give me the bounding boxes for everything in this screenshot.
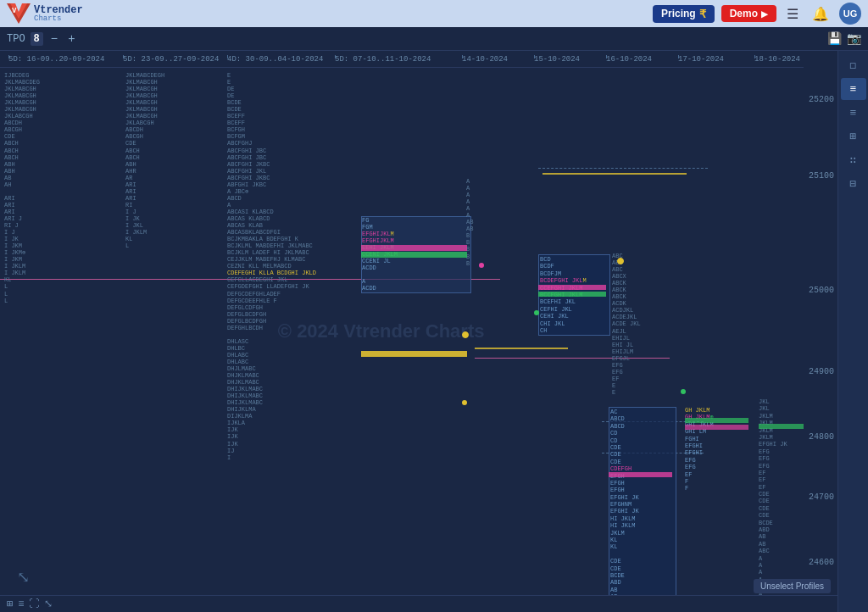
svg-text:V: V (12, 7, 17, 15)
date-18: 18-10-2024 (754, 55, 800, 64)
bottom-icon-2[interactable]: ≡ (18, 598, 24, 610)
date-5d-1: 5D: 16-09..20-09-2024 (8, 55, 104, 64)
price-24600: 24600 (809, 558, 836, 567)
play-icon: ▶ (761, 9, 768, 19)
highlight-green-3 (685, 418, 748, 423)
profile-col-2: JKLMABCDEGHJKLMABCGHJKLMABCGHJKLMABCGHJK… (125, 72, 164, 249)
bottom-icon-3[interactable]: ⛶ (29, 598, 39, 610)
date-5d-2: 5D: 23-09..27-09-2024 (123, 55, 219, 64)
pricing-label: Pricing (661, 8, 696, 19)
avatar-button[interactable]: UG (839, 3, 861, 25)
sidebar-icon-1[interactable]: ◻ (841, 54, 866, 76)
highlight-magenta-1 (361, 245, 467, 251)
dot-marker-6 (681, 389, 686, 394)
dot-marker-2 (617, 258, 624, 264)
logo-icon: V (7, 3, 31, 24)
highlight-magenta-2 (538, 285, 606, 290)
profile-col-1: IJBCDEGJKLMABCDEGJKLMABCGHJKLMABCGHJKLMA… (4, 72, 40, 304)
dot-marker-1 (462, 331, 469, 338)
sidebar-icon-2[interactable]: ≡ (841, 78, 866, 100)
plus-button[interactable]: + (65, 31, 77, 47)
brand-name: Vtrender (34, 5, 83, 15)
highlight-green-4 (759, 424, 804, 429)
toolbar: TPO 8 − + 💾 📷 (0, 27, 868, 51)
profile-col-8-inner: ACABCDABCDCDCDCDECDECDECDEFGHEFGHEFGHEFG… (609, 408, 676, 595)
sidebar-icon-6[interactable]: ⊟ (841, 173, 866, 195)
highlight-magenta-3 (609, 472, 672, 477)
bottom-icon-1[interactable]: ⊞ (7, 598, 13, 610)
pricing-button[interactable]: Pricing ₹ (653, 5, 715, 23)
brand-sub: Charts (34, 15, 83, 23)
hline-yellow-1 (542, 173, 687, 175)
date-15: 15-10-2024 (534, 55, 580, 64)
price-25200: 25200 (809, 95, 836, 104)
menu-button[interactable]: ☰ (783, 4, 802, 24)
bottom-icon-4[interactable]: ⤡ (44, 598, 53, 610)
rupee-icon: ₹ (699, 8, 706, 20)
price-24700: 24700 (809, 492, 836, 502)
profile-col-3: EEDEDEBCDEBCDEBCEFFBCEFFBCFGHBCFGMABCFGH… (227, 72, 316, 461)
demo-button[interactable]: Demo ▶ (721, 5, 776, 22)
profile-col-5: AAAAAAABABBBBBB (466, 178, 473, 267)
minus-button[interactable]: − (48, 31, 60, 47)
highlight-green-1 (361, 252, 467, 258)
price-25000: 25000 (809, 286, 836, 295)
hline-yellow-2 (475, 348, 568, 349)
hline-dotted-1 (538, 168, 708, 169)
date-5d-3: 5D: 07-10..11-10-2024 (335, 55, 431, 64)
sidebar-icon-4[interactable]: ⊞ (841, 125, 866, 147)
date-17: 17-10-2024 (678, 55, 724, 64)
date-ruler: 5D: 16-09..20-09-2024 5D: 23-09..27-09-2… (0, 51, 804, 68)
date-14: 14-10-2024 (462, 55, 508, 64)
demo-label: Demo (730, 8, 758, 19)
dot-marker-3 (462, 400, 467, 405)
chart-canvas: © 2024 Vtrender Charts IJBCDEGJKLMABCDEG… (0, 68, 804, 595)
date-16: 16-10-2024 (606, 55, 652, 64)
chart-area: 5D: 16-09..20-09-2024 5D: 23-09..27-09-2… (0, 51, 837, 612)
tpo-label: TPO (7, 33, 25, 45)
highlight-green-2 (538, 292, 606, 297)
dot-marker-4 (479, 263, 484, 268)
save-icon[interactable]: 💾 (827, 31, 842, 46)
price-axis: 25200 25100 25000 24900 24800 24700 2460… (804, 68, 837, 612)
sidebar-icon-3[interactable]: ≡ (841, 102, 866, 124)
bottom-toolbar: ⊞ ≡ ⛶ ⤡ (0, 595, 837, 612)
price-24800: 24800 (809, 432, 836, 442)
logo-area: V Vtrender Charts (7, 3, 83, 24)
highlight-magenta-4 (685, 425, 748, 430)
tpo-value: 8 (31, 32, 43, 46)
unselect-profiles-button[interactable]: Unselect Profiles (754, 579, 831, 593)
topbar: V Vtrender Charts Pricing ₹ Demo ▶ ☰ 🔔 U… (0, 0, 868, 27)
camera-icon[interactable]: 📷 (847, 31, 861, 46)
price-24900: 24900 (809, 367, 836, 376)
price-25100: 25100 (809, 171, 836, 181)
highlight-yellow-1 (361, 351, 467, 357)
date-4d: 4D: 30-09..04-10-2024 (227, 55, 323, 64)
logo-text-block: Vtrender Charts (34, 5, 83, 23)
profile-col-7: ABCABCABCABCXABCKABCKABCKACDKACDJKLACDEJ… (612, 253, 641, 396)
fullscreen-icon[interactable]: ⤡ (17, 568, 30, 587)
sidebar-icon-5[interactable]: ∷ (841, 149, 866, 171)
bell-button[interactable]: 🔔 (809, 4, 832, 24)
profile-box-3: ACABCDABCDCDCDCDECDECDECDEFGHEFGHEFGHEFG… (609, 407, 676, 595)
right-sidebar: Live ◻ ≡ ≡ ⊞ ∷ ⊟ (837, 27, 868, 612)
